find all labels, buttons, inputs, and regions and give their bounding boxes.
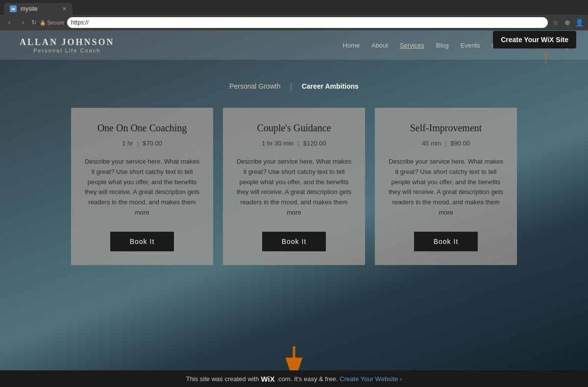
tab-favicon: W [10, 5, 17, 12]
book-btn-3[interactable]: Book It [414, 232, 478, 251]
wix-footer: This site was created with WiX .com. It'… [0, 370, 588, 387]
card-2-description: Describe your service here. What makes i… [235, 157, 353, 218]
user-icon[interactable]: 👤 [574, 18, 584, 27]
tab-switcher: Personal Growth | Career Ambitions [20, 79, 568, 93]
site-main: Personal Growth | Career Ambitions One O… [0, 60, 588, 265]
browser-chrome: W mysite ✕ ‹ › ↻ 🔒 Secure ☆ ⊕ 👤 [0, 0, 588, 30]
card-3-price: $90.00 [450, 140, 470, 147]
book-btn-2[interactable]: Book It [262, 232, 326, 251]
card-1-duration: 1 hr [122, 140, 133, 147]
star-icon[interactable]: ☆ [551, 18, 561, 27]
site-wrapper: ALLAN JOHNSON Personal Life Coach Home A… [0, 30, 588, 387]
card-1-meta: 1 hr | $70.00 [122, 140, 162, 147]
card-2-meta: 1 hr 30 min | $120.00 [262, 140, 326, 147]
lock-icon: 🔒 [40, 20, 46, 25]
nav-services[interactable]: Services [400, 42, 424, 49]
wix-tooltip-label: Create Your WiX Site [501, 36, 568, 44]
card-1-title: One On One Coaching [98, 122, 187, 134]
card-2-title: Couple's Guidance [257, 122, 331, 134]
secure-label: Secure [47, 20, 64, 25]
card-2-price: $120.00 [303, 140, 326, 147]
nav-events[interactable]: Events [461, 42, 480, 49]
card-3-description: Describe your service here. What makes i… [387, 157, 505, 218]
card-1-price: $70.00 [143, 140, 162, 147]
site-logo: ALLAN JOHNSON Personal Life Coach [20, 37, 115, 53]
address-bar: ‹ › ↻ 🔒 Secure ☆ ⊕ 👤 [0, 15, 588, 30]
reload-button[interactable]: ↻ [31, 19, 37, 26]
tab-bar: W mysite ✕ [0, 0, 588, 15]
tab-career-ambitions[interactable]: Career Ambitions [292, 79, 368, 93]
card-2-divider: | [297, 140, 299, 147]
url-input[interactable] [67, 17, 548, 28]
arrow-up-icon: ↑ [541, 47, 550, 67]
extension-icon[interactable]: ⊕ [563, 18, 572, 27]
browser-tab[interactable]: W mysite ✕ [4, 3, 73, 15]
nav-home[interactable]: Home [343, 42, 360, 49]
logo-name: ALLAN JOHNSON [20, 37, 115, 48]
nav-about[interactable]: About [371, 42, 388, 49]
footer-create-link[interactable]: Create Your Website › [340, 375, 402, 383]
nav-blog-1[interactable]: Blog [436, 42, 449, 49]
wix-create-tooltip[interactable]: Create Your WiX Site [493, 31, 576, 48]
arrow-down-icon [284, 346, 304, 373]
footer-text-after: .com. It's easy & free. [277, 375, 338, 383]
back-button[interactable]: ‹ [4, 19, 15, 26]
card-2-duration: 1 hr 30 min [262, 140, 294, 147]
service-card-3: Self-Improvement 45 min | $90.00 Describ… [375, 108, 517, 265]
card-1-description: Describe your service here. What makes i… [83, 157, 201, 218]
card-3-meta: 45 min | $90.00 [422, 140, 470, 147]
scroll-down-arrow [284, 346, 304, 373]
toolbar-icons: ☆ ⊕ 👤 [551, 18, 584, 27]
secure-badge: 🔒 Secure [40, 20, 64, 25]
service-cards-container: One On One Coaching 1 hr | $70.00 Descri… [20, 108, 568, 265]
book-btn-1[interactable]: Book It [110, 232, 174, 251]
tab-close-button[interactable]: ✕ [62, 6, 67, 12]
card-3-divider: | [445, 140, 446, 147]
service-card-1: One On One Coaching 1 hr | $70.00 Descri… [71, 108, 213, 265]
tab-title: mysite [21, 5, 38, 12]
tab-personal-growth[interactable]: Personal Growth [220, 79, 290, 93]
logo-subtitle: Personal Life Coach [20, 48, 115, 53]
card-3-title: Self-Improvement [410, 122, 482, 134]
card-1-divider: | [137, 140, 139, 147]
footer-text-before: This site was created with [186, 375, 259, 383]
service-card-2: Couple's Guidance 1 hr 30 min | $120.00 … [223, 108, 365, 265]
card-3-duration: 45 min [422, 140, 441, 147]
forward-button[interactable]: › [18, 19, 28, 26]
wix-brand: WiX [261, 375, 275, 383]
